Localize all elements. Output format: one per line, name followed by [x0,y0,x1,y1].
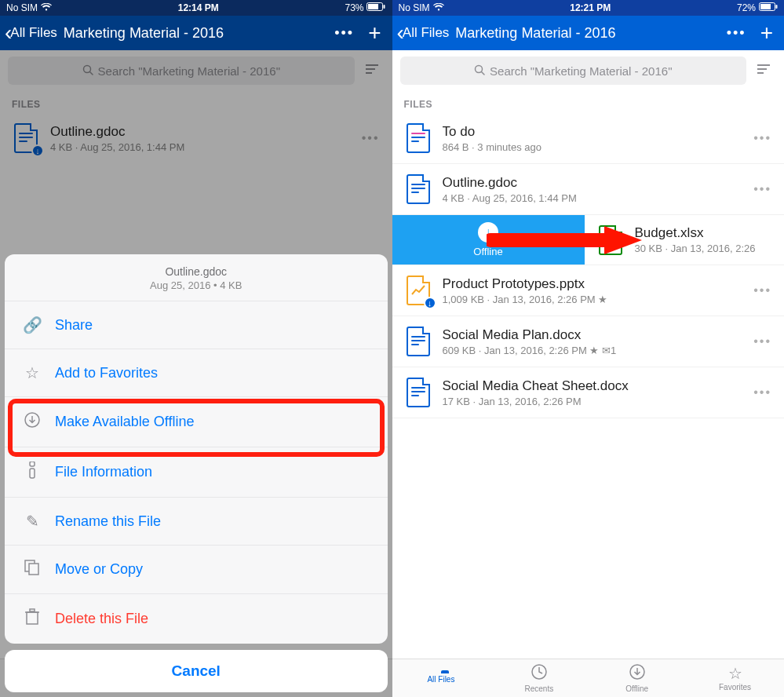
copy-icon [20,560,44,579]
file-meta: 17 KB · Jan 13, 2016, 2:26 PM [443,396,746,407]
sheet-item-delete[interactable]: Delete this File [5,594,388,644]
row-more-icon[interactable]: ••• [746,378,779,407]
wifi-icon [41,2,52,13]
trash-icon [20,608,44,629]
sheet-item-share[interactable]: 🔗 Share [5,301,388,349]
nav-more-icon[interactable]: ••• [719,25,754,42]
row-more-icon[interactable]: ••• [746,327,779,356]
file-row-swiped[interactable]: ↓ Offline Budget.xlsx 30 KB · Jan 13, 20… [392,215,785,265]
link-icon: 🔗 [20,316,44,334]
action-sheet-panel: Outline.gdoc Aug 25, 2016 • 4 KB 🔗 Share… [5,254,388,644]
download-icon [629,663,646,683]
file-name: Product Prototypes.pptx [443,276,746,292]
file-name: Social Media Plan.docx [443,327,746,343]
clock-icon [531,663,548,683]
svg-rect-10 [30,469,35,478]
search-icon [474,64,485,78]
row-more-icon[interactable]: ••• [746,123,779,153]
battery-text: 72% [737,2,756,13]
sheet-item-info[interactable]: File Information [5,447,388,498]
file-icon-xlsx [596,223,625,257]
file-meta: 30 KB · Jan 13, 2016, 2:26 [635,243,785,254]
screen-left: No SIM 12:14 PM 73% ‹ All Files Marketin… [0,0,392,697]
section-label: FILES [392,91,785,113]
carrier-text: No SIM [6,2,38,13]
sheet-item-rename[interactable]: ✎ Rename this File [5,498,388,546]
clock-text: 12:21 PM [570,2,611,13]
svg-line-20 [482,71,485,75]
carrier-text: No SIM [399,2,430,13]
sort-icon[interactable] [754,64,776,78]
svg-rect-9 [30,462,35,466]
file-name: Social Media Cheat Sheet.docx [443,378,746,394]
search-placeholder: Search "Marketing Material - 2016" [490,64,672,78]
file-meta: 1,009 KB · Jan 13, 2016, 2:26 PM ★ [443,294,746,305]
info-icon [20,462,44,483]
file-icon-pptx: ↓ [403,273,433,308]
sheet-item-move[interactable]: Move or Copy [5,546,388,594]
search-row: Search "Marketing Material - 2016" [392,50,785,91]
nav-bar: ‹ All Files Marketing Material - 2016 ••… [392,16,785,50]
battery-icon [759,2,778,13]
svg-rect-2 [384,5,385,9]
file-row[interactable]: To do 864 B · 3 minutes ago ••• [392,113,785,164]
swipe-action-offline[interactable]: ↓ Offline [392,215,585,265]
sheet-cancel-button[interactable]: Cancel [5,650,388,692]
row-more-icon[interactable]: ••• [746,174,779,204]
offline-badge-icon: ↓ [424,297,436,309]
tab-offline[interactable]: Offline [588,659,686,697]
back-button[interactable]: ‹ All Files [397,22,450,44]
svg-rect-13 [27,612,38,624]
file-row[interactable]: Social Media Cheat Sheet.docx 17 KB · Ja… [392,367,785,418]
tab-bar: All Files Recents Offline ☆Favorites [392,659,785,697]
nav-title: Marketing Material - 2016 [449,25,718,42]
svg-rect-12 [29,564,38,575]
content-area: Search "Marketing Material - 2016" FILES… [0,50,392,697]
file-name: Budget.xlsx [635,225,785,241]
screen-right: No SIM 12:21 PM 72% ‹ All Files Marketin… [392,0,785,697]
status-bar: No SIM 12:14 PM 73% [0,0,392,16]
file-meta: 864 B · 3 minutes ago [443,141,746,153]
svg-rect-18 [775,5,777,9]
file-name: Outline.gdoc [443,175,746,191]
tab-recents[interactable]: Recents [490,659,588,697]
nav-add-icon[interactable]: + [754,20,779,46]
sheet-item-offline[interactable]: Make Available Offline [5,397,388,447]
file-row[interactable]: Social Media Plan.docx 609 KB · Jan 13, … [392,316,785,367]
back-label: All Files [403,25,450,41]
svg-rect-17 [760,4,771,9]
sheet-file-name: Outline.gdoc [13,265,380,278]
download-circle-icon [20,411,44,432]
sheet-file-meta: Aug 25, 2016 • 4 KB [13,279,380,291]
sheet-item-favorite[interactable]: ☆ Add to Favorites [5,349,388,397]
sheet-header: Outline.gdoc Aug 25, 2016 • 4 KB [5,254,388,301]
tab-favorites[interactable]: ☆Favorites [686,659,784,697]
back-label: All Files [10,25,57,41]
nav-bar: ‹ All Files Marketing Material - 2016 ••… [0,16,392,50]
search-input[interactable]: Search "Marketing Material - 2016" [400,57,747,85]
svg-rect-1 [368,4,378,9]
svg-rect-15 [30,609,35,611]
download-circle-icon: ↓ [478,222,498,243]
back-button[interactable]: ‹ All Files [5,22,57,44]
nav-add-icon[interactable]: + [362,20,387,46]
file-icon-doc [403,121,433,155]
tab-all-files[interactable]: All Files [392,659,490,697]
row-more-icon[interactable]: ••• [746,276,779,305]
swipe-content: Budget.xlsx 30 KB · Jan 13, 2016, 2:26 [585,215,785,265]
file-row[interactable]: Outline.gdoc 4 KB · Aug 25, 2016, 1:44 P… [392,164,785,215]
file-row[interactable]: ↓ Product Prototypes.pptx 1,009 KB · Jan… [392,265,785,316]
clock-text: 12:14 PM [178,2,219,13]
file-icon-gdoc [403,172,433,206]
battery-icon [366,2,385,13]
nav-title: Marketing Material - 2016 [57,25,326,42]
wifi-icon [433,2,444,13]
status-bar: No SIM 12:21 PM 72% [392,0,785,16]
file-meta: 609 KB · Jan 13, 2016, 2:26 PM ★ ✉1 [443,345,746,356]
file-name: To do [443,124,746,140]
swipe-action-label: Offline [473,246,502,257]
battery-text: 73% [345,2,363,13]
file-list: To do 864 B · 3 minutes ago ••• Outline.… [392,113,785,659]
star-icon: ☆ [20,363,44,382]
nav-more-icon[interactable]: ••• [326,25,362,42]
